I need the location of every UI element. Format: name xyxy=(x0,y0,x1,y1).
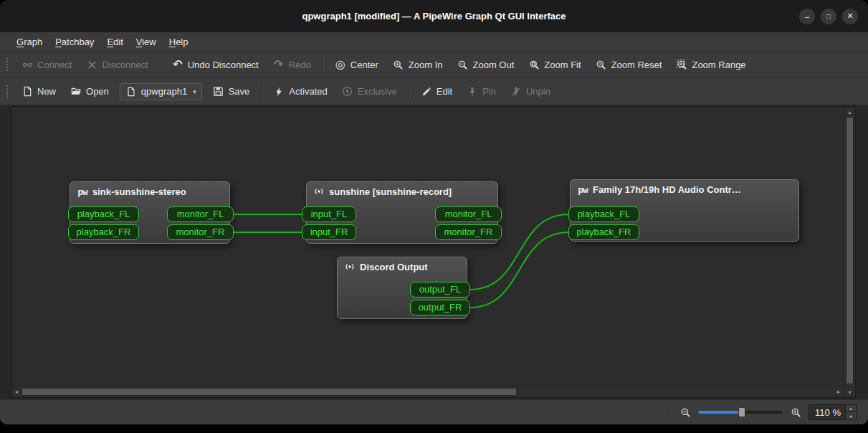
maximize-button[interactable]: □ xyxy=(821,9,836,24)
zoom-out-icon[interactable] xyxy=(679,406,691,418)
menu-graph[interactable]: Graph xyxy=(10,34,49,49)
file-toolbar: NewOpenqpwgraph1▾SaveActivatedExclusiveE… xyxy=(0,78,868,105)
edit-icon xyxy=(421,86,432,97)
horizontal-scrollbar-thumb[interactable] xyxy=(22,388,517,396)
horizontal-scrollbar[interactable]: ◂ ▸ xyxy=(11,386,844,397)
toolbar-button-label: Disconnect xyxy=(102,60,148,70)
port-output-fl[interactable]: output_FL xyxy=(410,282,470,298)
toolbar-button-label: Connect xyxy=(37,60,72,70)
unpin-button[interactable]: Unpin xyxy=(504,82,557,101)
vertical-scrollbar-track[interactable] xyxy=(844,117,855,387)
zoom-slider-handle[interactable] xyxy=(738,407,745,417)
zoom-slider[interactable] xyxy=(698,406,783,419)
port-monitor-fr[interactable]: monitor_FR xyxy=(435,224,502,240)
port-playback-fr[interactable]: playback_FR xyxy=(68,224,139,240)
port-monitor-fl[interactable]: monitor_FL xyxy=(167,206,234,222)
activated-button[interactable]: Activated xyxy=(267,82,333,101)
statusbar-separator xyxy=(669,405,669,419)
port-output-fr[interactable]: output_FR xyxy=(410,300,470,315)
port-input-fr[interactable]: input_FR xyxy=(302,224,356,240)
toolbar-button-label: Zoom In xyxy=(409,60,443,70)
toolbar-button-label: Zoom Range xyxy=(692,60,745,70)
vertical-scrollbar[interactable]: ▴ ▾ xyxy=(844,107,855,397)
port-playback-fl[interactable]: playback_FL xyxy=(68,206,139,222)
toolbar-separator xyxy=(160,57,161,72)
pin-button[interactable]: Pin xyxy=(460,82,502,101)
horizontal-scrollbar-track[interactable] xyxy=(22,386,834,397)
vertical-scrollbar-thumb[interactable] xyxy=(846,117,854,384)
zoom-range-button[interactable]: Zoom Range xyxy=(669,55,752,74)
toolbar-button-label: Unpin xyxy=(526,86,550,97)
open-button[interactable]: Open xyxy=(64,82,115,101)
zoom-reset-button[interactable]: Zoom Reset xyxy=(589,55,669,74)
title-bar[interactable]: qpwgraph1 [modified] — A PipeWire Graph … xyxy=(0,0,868,32)
toolbar-button-label: Save xyxy=(229,86,250,97)
center-button[interactable]: ◎Center xyxy=(328,55,385,74)
toolbar-button-label: Zoom Fit xyxy=(544,60,581,70)
menu-bar: GraphPatchbayEditViewHelp xyxy=(0,32,868,52)
zoom-slider-fill xyxy=(698,411,742,414)
toolbar-separator xyxy=(409,84,409,100)
scroll-down-arrow-icon[interactable]: ▾ xyxy=(844,387,855,397)
spin-arrows: ▴ ▾ xyxy=(845,405,856,419)
connection-edge[interactable] xyxy=(470,232,568,308)
zoom-controls: 110 % ▴ ▾ xyxy=(679,404,857,420)
graph-canvas[interactable]: pwsink-sunshine-stereosunshine [sunshine… xyxy=(11,107,844,386)
zoom-in-icon[interactable] xyxy=(790,406,801,418)
pin-icon xyxy=(467,86,478,97)
disconnect-icon xyxy=(86,59,97,70)
spin-down-button[interactable]: ▾ xyxy=(846,412,856,419)
exclusive-button[interactable]: Exclusive xyxy=(335,82,404,101)
toolbar-separator xyxy=(261,84,262,100)
toolbar-button-label: Undo Disconnect xyxy=(188,60,259,70)
patchbay-preset-combo[interactable]: qpwgraph1▾ xyxy=(120,83,202,100)
menu-help[interactable]: Help xyxy=(163,34,195,49)
toolbar-drag-handle[interactable] xyxy=(6,85,9,99)
toolbar-drag-handle[interactable] xyxy=(6,57,9,72)
port-playback-fr[interactable]: playback_FR xyxy=(568,224,639,240)
redo-icon: ↷ xyxy=(273,59,285,70)
menu-patchbay[interactable]: Patchbay xyxy=(49,34,100,49)
disconnect-button[interactable]: Disconnect xyxy=(80,55,154,74)
port-monitor-fl[interactable]: monitor_FL xyxy=(435,206,502,222)
toolbar-separator xyxy=(323,57,323,72)
port-input-fl[interactable]: input_FL xyxy=(302,206,356,222)
unpin-icon xyxy=(510,86,522,97)
app-window: qpwgraph1 [modified] — A PipeWire Graph … xyxy=(0,0,868,424)
open-folder-icon xyxy=(70,86,82,97)
close-button[interactable]: ✕ xyxy=(842,9,858,24)
toolbar-button-label: Redo xyxy=(289,60,311,70)
connect-button[interactable]: Connect xyxy=(15,55,78,74)
menu-edit[interactable]: Edit xyxy=(100,34,129,49)
scroll-up-arrow-icon[interactable]: ▴ xyxy=(844,107,855,117)
activated-icon xyxy=(273,86,285,97)
canvas-area: pwsink-sunshine-stereosunshine [sunshine… xyxy=(0,105,868,399)
window-controls: – □ ✕ xyxy=(799,9,858,24)
scroll-right-arrow-icon[interactable]: ▸ xyxy=(834,386,844,397)
redo-button[interactable]: ↷Redo xyxy=(267,55,318,74)
port-monitor-fr[interactable]: monitor_FR xyxy=(167,224,234,240)
patchbay-file-icon xyxy=(125,86,137,97)
zoom-out-button[interactable]: Zoom Out xyxy=(451,55,521,74)
toolbar-button-label: Zoom Out xyxy=(473,60,515,70)
zoom-value: 110 % xyxy=(809,405,845,419)
minimize-button[interactable]: – xyxy=(799,9,815,24)
center-icon: ◎ xyxy=(335,59,346,70)
toolbar-button-label: New xyxy=(37,86,56,97)
zoom-in-button[interactable]: Zoom In xyxy=(386,55,449,74)
scroll-left-arrow-icon[interactable]: ◂ xyxy=(11,386,22,397)
port-playback-fl[interactable]: playback_FL xyxy=(568,206,639,222)
new-button[interactable]: New xyxy=(15,82,62,101)
zoom-spinbox[interactable]: 110 % ▴ ▾ xyxy=(809,404,857,420)
zoom-fit-button[interactable]: Zoom Fit xyxy=(522,55,587,74)
toolbar-button-label: Pin xyxy=(482,86,496,97)
save-button[interactable]: Save xyxy=(206,82,257,101)
connect-icon xyxy=(22,59,33,70)
menu-view[interactable]: View xyxy=(130,34,163,49)
undo-disconnect-button[interactable]: ↶Undo Disconnect xyxy=(166,55,265,74)
toolbar-button-label: Exclusive xyxy=(358,86,397,97)
graph-toolbar: ConnectDisconnect↶Undo Disconnect↷Redo◎C… xyxy=(0,52,868,78)
spin-up-button[interactable]: ▴ xyxy=(846,405,856,412)
edit-button[interactable]: Edit xyxy=(414,82,459,101)
toolbar-button-label: Open xyxy=(86,86,109,97)
